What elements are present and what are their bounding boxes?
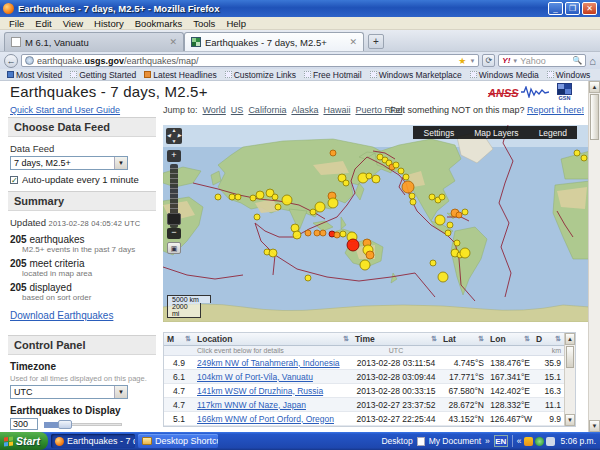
back-button[interactable]: ← xyxy=(4,54,18,68)
jump-link-us[interactable]: US xyxy=(231,105,244,115)
task-button-folder[interactable]: Desktop Shortcuts xyxy=(138,434,218,448)
map-pan-control[interactable]: ▲◀▶▼ xyxy=(166,128,182,144)
earthquake-marker[interactable] xyxy=(293,231,301,239)
earthquake-marker[interactable] xyxy=(581,155,587,161)
bookmark-latest-headlines[interactable]: Latest Headlines xyxy=(141,70,219,80)
map-reset-button[interactable]: ▣ xyxy=(167,242,181,254)
table-row[interactable]: 4.7 117km WNW of Naze, Japan 2013-02-27 … xyxy=(164,398,564,412)
bookmark-most-visited[interactable]: Most Visited xyxy=(4,70,65,80)
earthquake-marker[interactable] xyxy=(282,195,292,205)
task-button-firefox[interactable]: Earthquakes - 7 days,... xyxy=(51,434,135,448)
earthquake-marker[interactable] xyxy=(360,260,370,270)
earthquake-marker[interactable] xyxy=(330,150,336,156)
report-it-link[interactable]: Report it here! xyxy=(527,105,584,115)
column-header-lat[interactable]: Lat⇅ xyxy=(440,334,487,344)
earthquake-marker[interactable] xyxy=(314,230,320,236)
earthquake-marker[interactable] xyxy=(398,168,404,174)
earthquakes-to-display-input[interactable] xyxy=(10,418,38,430)
jump-link-hawaii[interactable]: Hawaii xyxy=(323,105,350,115)
event-link[interactable]: 166km WNW of Port Orford, Oregon xyxy=(197,414,334,424)
earthquake-marker[interactable] xyxy=(215,194,221,200)
tab-close-icon[interactable]: ✕ xyxy=(169,37,177,47)
slider-thumb[interactable] xyxy=(58,420,72,429)
earthquake-marker[interactable] xyxy=(462,209,468,215)
reload-button[interactable]: ⟳ xyxy=(482,54,495,67)
sort-icon[interactable]: ⇅ xyxy=(478,335,484,343)
bookmark-windows[interactable]: Windows xyxy=(544,70,593,80)
menu-file[interactable]: File xyxy=(4,18,29,29)
event-link[interactable]: 249km NW of Tanahmerah, Indonesia xyxy=(197,358,340,368)
tray-collapse-chevron[interactable]: « xyxy=(517,436,522,446)
earthquake-marker[interactable] xyxy=(454,240,460,246)
sort-icon[interactable]: ⇅ xyxy=(524,335,530,343)
earthquake-marker[interactable] xyxy=(456,212,462,218)
bookmark-customize-links[interactable]: Customize Links xyxy=(222,70,299,80)
menu-bookmarks[interactable]: Bookmarks xyxy=(130,18,188,29)
earthquake-marker[interactable] xyxy=(372,175,380,183)
my-document-label[interactable]: My Document xyxy=(429,436,481,446)
table-row[interactable]: 4.7 141km WSW of Druzhina, Russia 2013-0… xyxy=(164,384,564,398)
map-button-legend[interactable]: Legend xyxy=(529,128,577,138)
restore-button[interactable]: ❐ xyxy=(565,2,580,15)
earthquake-marker[interactable] xyxy=(410,199,416,205)
earthquake-marker[interactable] xyxy=(343,180,349,186)
download-earthquakes-link[interactable]: Download Earthquakes xyxy=(10,310,113,321)
tray-icon-2[interactable] xyxy=(535,437,544,446)
search-engine-dropdown-icon[interactable]: ▼ xyxy=(512,58,518,64)
scroll-up-icon[interactable]: ▲ xyxy=(589,81,600,93)
scroll-down-icon[interactable]: ▼ xyxy=(565,414,575,426)
earthquake-marker[interactable] xyxy=(328,198,338,208)
auto-update-checkbox[interactable]: ✓ xyxy=(10,176,18,184)
home-button[interactable]: ⌂ xyxy=(589,55,596,67)
table-scrollbar-thumb[interactable] xyxy=(566,346,574,368)
menu-help[interactable]: Help xyxy=(221,18,251,29)
zoom-out-button[interactable]: − xyxy=(167,228,181,239)
column-header-time[interactable]: Time⇅ xyxy=(352,334,440,344)
tab-close-icon[interactable]: ✕ xyxy=(349,37,357,47)
zoom-slider-handle[interactable] xyxy=(167,213,181,225)
earthquake-marker[interactable] xyxy=(393,162,399,168)
earthquake-marker[interactable] xyxy=(439,194,445,200)
earthquake-marker[interactable] xyxy=(229,194,235,200)
desktop-toolbar-label[interactable]: Desktop xyxy=(381,436,412,446)
tab-vanuatu[interactable]: M 6.1, Vanuatu ✕ xyxy=(4,32,184,51)
earthquake-marker[interactable] xyxy=(310,209,316,215)
language-indicator[interactable]: EN xyxy=(494,435,508,447)
zoom-in-button[interactable]: + xyxy=(167,150,181,162)
map-button-map-layers[interactable]: Map Layers xyxy=(464,128,528,138)
earthquake-marker[interactable] xyxy=(320,230,326,236)
earthquakes-to-display-slider[interactable] xyxy=(44,419,122,429)
earthquake-marker[interactable] xyxy=(447,222,453,228)
earthquake-marker[interactable] xyxy=(430,260,436,266)
menu-edit[interactable]: Edit xyxy=(30,18,56,29)
sort-icon[interactable]: ⇅ xyxy=(431,335,437,343)
earthquake-marker[interactable] xyxy=(409,193,415,199)
bookmark-getting-started[interactable]: Getting Started xyxy=(67,70,139,80)
earthquake-marker[interactable] xyxy=(275,204,281,210)
world-map[interactable]: SettingsMap LayersLegend ▲◀▶▼ + − ▣ 5000… xyxy=(163,125,590,322)
column-header-d[interactable]: D⇅ xyxy=(533,334,564,344)
table-scrollbar[interactable]: ▲ ▼ xyxy=(564,333,575,426)
quick-start-link[interactable]: Quick Start and User Guide xyxy=(10,105,120,115)
earthquake-marker[interactable] xyxy=(272,194,278,200)
yahoo-engine-icon[interactable]: Y! xyxy=(502,56,510,65)
bookmark-windows-marketplace[interactable]: Windows Marketplace xyxy=(367,70,465,80)
earthquake-marker[interactable] xyxy=(235,194,241,200)
data-feed-select[interactable]: 7 days, M2.5+ ▼ xyxy=(10,156,128,170)
event-link[interactable]: 141km WSW of Druzhina, Russia xyxy=(197,386,323,396)
scroll-down-icon[interactable]: ▼ xyxy=(589,420,600,432)
timezone-select[interactable]: UTC ▼ xyxy=(10,385,128,399)
earthquake-marker[interactable] xyxy=(315,202,325,212)
bookmark-star-icon[interactable]: ★ xyxy=(458,56,466,66)
bookmark-free-hotmail[interactable]: Free Hotmail xyxy=(301,70,365,80)
menu-tools[interactable]: Tools xyxy=(188,18,220,29)
column-header-lon[interactable]: Lon⇅ xyxy=(487,334,533,344)
earthquake-marker[interactable] xyxy=(574,150,580,156)
page-scrollbar[interactable]: ▲ ▼ xyxy=(588,81,600,432)
bookmark-windows-media[interactable]: Windows Media xyxy=(467,70,542,80)
select-dropdown-icon[interactable]: ▼ xyxy=(114,157,127,169)
earthquake-marker[interactable] xyxy=(435,215,445,225)
scroll-up-icon[interactable]: ▲ xyxy=(565,333,575,345)
earthquake-marker[interactable] xyxy=(460,248,470,258)
earthquake-marker[interactable] xyxy=(305,275,311,281)
